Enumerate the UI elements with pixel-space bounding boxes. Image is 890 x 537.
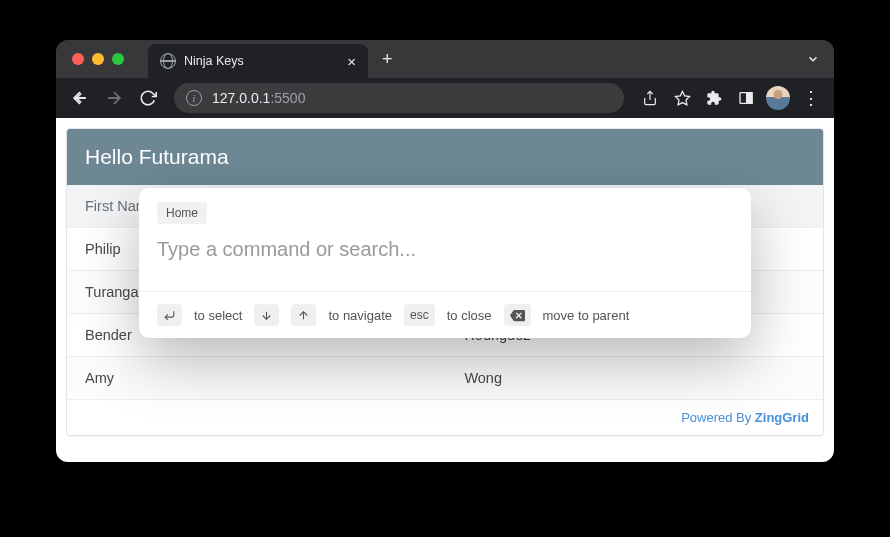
address-bar[interactable]: i 127.0.0.1:5500 (174, 83, 624, 113)
globe-icon (160, 53, 176, 69)
palette-footer: to select to navigate esc to close move … (139, 291, 751, 338)
table-row[interactable]: Amy Wong (67, 357, 823, 400)
url-port: :5500 (270, 90, 305, 106)
svg-rect-6 (747, 93, 752, 104)
forward-button[interactable] (100, 84, 128, 112)
reload-button[interactable] (134, 84, 162, 112)
esc-key: esc (404, 304, 435, 326)
toolbar: i 127.0.0.1:5500 ⋮ (56, 78, 834, 118)
svg-marker-4 (675, 91, 689, 104)
tab-strip: Ninja Keys × + (148, 40, 393, 78)
menu-icon[interactable]: ⋮ (796, 84, 824, 112)
close-icon[interactable]: × (347, 53, 356, 70)
avatar[interactable] (764, 84, 792, 112)
enter-key-icon (157, 304, 182, 326)
search-input[interactable] (157, 238, 733, 261)
hint-parent: move to parent (543, 308, 630, 323)
cell-first: Amy (67, 357, 446, 400)
browser-window: Ninja Keys × + i 127.0.0.1:5500 (56, 40, 834, 462)
backspace-icon (504, 304, 531, 326)
viewport: Hello Futurama First Name Last Name Phil… (56, 118, 834, 462)
info-icon: i (186, 90, 202, 106)
extensions-icon[interactable] (700, 84, 728, 112)
cell-last: Wong (446, 357, 823, 400)
hint-select: to select (194, 308, 242, 323)
card-footer: Powered By ZingGrid (67, 400, 823, 435)
hint-close: to close (447, 308, 492, 323)
panel-icon[interactable] (732, 84, 760, 112)
arrow-up-icon (291, 304, 316, 326)
chevron-down-icon[interactable] (806, 52, 820, 66)
titlebar: Ninja Keys × + (56, 40, 834, 78)
page-title: Hello Futurama (67, 129, 823, 185)
footer-text: Powered By (681, 410, 755, 425)
footer-brand[interactable]: ZingGrid (755, 410, 809, 425)
share-icon[interactable] (636, 84, 664, 112)
browser-tab[interactable]: Ninja Keys × (148, 44, 368, 78)
tab-title: Ninja Keys (184, 54, 339, 68)
new-tab-button[interactable]: + (382, 49, 393, 70)
window-minimize-button[interactable] (92, 53, 104, 65)
search-row (139, 230, 751, 291)
traffic-lights (72, 53, 124, 65)
breadcrumb-item[interactable]: Home (157, 202, 207, 224)
window-maximize-button[interactable] (112, 53, 124, 65)
window-close-button[interactable] (72, 53, 84, 65)
star-icon[interactable] (668, 84, 696, 112)
url-text: 127.0.0.1:5500 (212, 90, 305, 106)
command-palette: Home to select to navigate esc to close (139, 188, 751, 338)
url-host: 127.0.0.1 (212, 90, 270, 106)
toolbar-right: ⋮ (636, 84, 824, 112)
hint-navigate: to navigate (328, 308, 392, 323)
back-button[interactable] (66, 84, 94, 112)
breadcrumb: Home (139, 188, 751, 230)
arrow-down-icon (254, 304, 279, 326)
